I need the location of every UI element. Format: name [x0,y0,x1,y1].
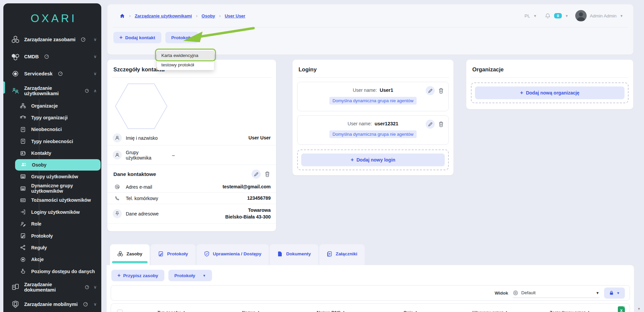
user-name[interactable]: Admin Admin [590,13,617,18]
edit-login-button[interactable] [426,86,435,95]
protocols-dropdown-menu: Karta ewidencyjna testowy protokół [157,50,214,70]
row-label: Dane adresowe [126,211,159,216]
menu-item-karta-ewidencyjna[interactable]: Karta ewidencyjna [157,51,214,60]
menu-item-testowy-protokol[interactable]: testowy protokół [157,60,214,69]
sidebar-item-zarzadzanie-uzytkownikami[interactable]: Zarządzanie użytkownikami ∧ [3,82,101,99]
column-header-zarzadzany-przez[interactable]: Zarządzany przez [530,310,610,312]
chevron-down-icon: ∨ [94,54,97,59]
add-contact-button[interactable]: + Dodaj kontakt [113,32,161,43]
notification-bell-icon[interactable] [545,13,551,19]
contact-card-icon [20,150,26,156]
sidebar-item-poziomy-dostepu[interactable]: Poziomy dostępu do danych [3,265,101,277]
share-nodes-icon [20,245,26,250]
tab-protokoly[interactable]: Protokoły [151,244,195,265]
chevron-down-icon: ▼ [616,291,620,295]
users-icon [11,87,19,95]
sidebar-item-organizacje[interactable]: Organizacje [3,100,101,112]
sidebar-item-label: Zarządzanie użytkownikami [24,85,79,96]
tab-zalaczniki[interactable]: Załączniki [319,244,365,265]
plus-icon: + [119,35,122,40]
sidebar-item-zarzadzanie-zasobami[interactable]: Zarządzanie zasobami ∨ [3,31,101,48]
delete-login-button[interactable] [438,121,444,128]
assign-resources-button[interactable]: + Przypisz zasoby [111,270,164,281]
add-organization-label: Dodaj nową organizację [526,90,579,96]
sidebar-item-zarzadzanie-mobilnymi[interactable]: Zarządzanie mobilnymi ∨ [3,296,101,312]
edit-login-button[interactable] [426,120,435,129]
protocols-menu-button[interactable]: Protokoły [165,32,198,43]
username-value: user12321 [375,121,398,126]
column-header-nazwa-dns[interactable]: Nazwa DNS [291,310,371,312]
detail-tabs: Zasoby Protokoły Uprawnienia / Dostępy D… [110,244,365,265]
sidebar-item-servicedesk[interactable]: Servicedesk ∨ [3,65,101,82]
column-header-opis[interactable]: Opis [371,310,450,312]
login-group-tag: Domyślna dynamiczna grupa nie agentów [329,130,416,138]
username-label: User name: [353,87,377,93]
sidebar-item-tozsamosci[interactable]: Tożsamości użytkowników [3,194,101,206]
protocols-label: Protokoły [171,35,192,40]
sidebar-item-role[interactable]: Role [3,218,101,230]
sidebar-item-dynamiczne-grupy[interactable]: Dynamiczne grupy użytkowników [3,182,101,194]
sidebar-item-grupy-uzytkownikow[interactable]: Grupy użytkowników [3,171,101,182]
sidebar-item-zarzadzanie-dokumentami[interactable]: Zarządzanie dokumentami ∨ [3,278,101,296]
row-value: User User [249,135,271,141]
edit-button[interactable] [252,170,261,179]
contact-row-address: Dane adresowe Towarowa Bielsko-Biała 43-… [107,204,276,224]
column-header-nazwa[interactable]: Nazwa [211,310,291,312]
sidebar-item-typy-nieobecnosci[interactable]: Typy nieobecności [3,135,101,147]
notification-count-badge[interactable]: 0 [554,13,561,18]
row-value: – [172,152,175,158]
add-organization-button[interactable]: + Dodaj nową organizację [475,86,625,99]
add-login-button[interactable]: + Dodaj nowy login [301,153,445,166]
home-icon[interactable] [119,13,125,19]
chevron-down-icon[interactable]: ▼ [565,14,569,18]
chevron-down-icon[interactable]: ▼ [620,14,623,18]
column-label: Nazwa DNS [317,310,341,312]
plus-icon: + [520,90,523,96]
topbar-controls: PL ▼ 0 ▼ Admin Admin ▼ [525,10,623,21]
row-label: Imię i nazwisko [126,135,158,141]
tab-uprawnienia-dostepy[interactable]: Uprawnienia / Dostępy [197,244,269,265]
sidebar-item-kontakty[interactable]: Kontakty [3,147,101,159]
pencil-icon [428,122,433,127]
sidebar-item-osoby[interactable]: Osoby [15,159,101,171]
delete-button[interactable] [264,171,271,178]
sidebar-item-label: Akcje [31,257,44,262]
row-value: Towarowa Bielsko-Biała 43-300 [225,207,271,220]
chevron-down-icon: ∨ [94,37,97,42]
column-header-typ-zasobu[interactable]: Typ zasobu [131,310,211,312]
column-label: Nazwa [242,310,256,312]
scroll-caret-icon: ▼ [637,307,641,311]
view-select[interactable]: Default ▼ [513,288,599,298]
sidebar-item-reguly[interactable]: Reguły [3,242,101,253]
breadcrumb-link-osoby[interactable]: Osoby [202,13,215,18]
sidebar-item-typy-organizacji[interactable]: Typy organizacji [3,112,101,123]
sidebar-item-nieobecnosci[interactable]: Nieobecności [3,124,101,135]
sidebar-item-loginy[interactable]: Loginy użytkowników [3,206,101,218]
column-header-uzywany-przez[interactable]: Używany przez [450,310,530,312]
user-avatar[interactable] [575,10,587,21]
sidebar-item-akcje[interactable]: Akcje [3,254,101,265]
column-label: Zarządzany przez [549,310,586,312]
document-icon [277,251,283,257]
tab-label: Protokoły [167,251,188,256]
lock-view-button[interactable]: ▼ [604,288,625,299]
tab-zasoby[interactable]: Zasoby [110,244,150,265]
logins-card: Loginy User name: User1 Domyślna dynamic… [292,60,453,175]
sidebar-item-label: Zarządzanie mobilnymi [24,302,78,307]
tab-dokumenty[interactable]: Dokumenty [270,244,318,265]
view-toolbar: Widok Default ▼ ▼ [111,285,630,301]
breadcrumb-link-users[interactable]: Zarządzanie użytkownikami [135,13,192,18]
organizations-card: Organizacje + Dodaj nową organizację [466,60,633,109]
breadcrumb-link-current[interactable]: User User [225,13,245,18]
export-xls-icon[interactable]: X [618,306,625,312]
breadcrumb-separator: › [129,13,131,18]
assign-resources-label: Przypisz zasoby [123,273,158,278]
select-all-checkbox[interactable] [117,310,123,312]
delete-login-button[interactable] [438,87,444,94]
divider [471,77,629,78]
sitemap-icon [20,103,26,109]
sidebar-item-protokoly[interactable]: Protokoły [3,230,101,242]
protocols-dropdown-button[interactable]: Protokoły ▼ [168,270,212,281]
sidebar-item-cmdb[interactable]: CMDB ∨ [3,48,101,65]
language-selector[interactable]: PL [525,13,530,18]
